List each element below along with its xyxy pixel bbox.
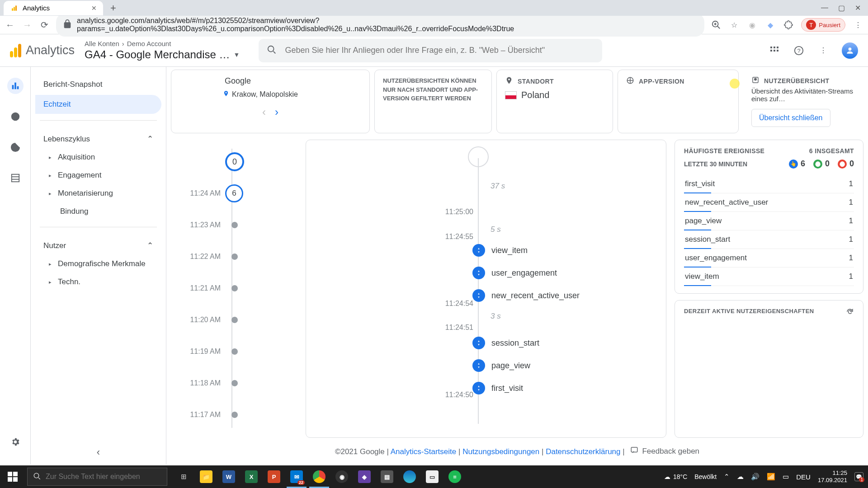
file-explorer-icon[interactable]: 📁 <box>195 465 217 488</box>
card-app-version[interactable]: APP-VERSION <box>618 70 739 133</box>
event-row[interactable]: session_start1 <box>684 230 854 249</box>
task-view-icon[interactable]: ⊞ <box>173 465 194 488</box>
spotify-icon[interactable]: ≡ <box>444 465 466 488</box>
onedrive-icon[interactable]: ☁ <box>737 473 744 481</box>
rail-configure-icon[interactable] <box>7 170 24 186</box>
weather-widget[interactable]: ☁ 18°C Bewölkt <box>664 473 717 480</box>
rail-reports-icon[interactable] <box>7 78 24 94</box>
stream-event[interactable]: new_recent_active_user <box>472 289 580 302</box>
chrome-menu-icon[interactable]: ⋮ <box>853 19 863 30</box>
notepad-icon[interactable]: ▭ <box>421 465 443 488</box>
mail-icon[interactable]: ✉22 <box>286 465 307 488</box>
language-indicator[interactable]: DEU <box>796 473 811 481</box>
search-input[interactable] <box>285 46 594 55</box>
event-row[interactable]: user_engagement1 <box>684 249 854 267</box>
sidebar-retention[interactable]: Bindung <box>35 202 161 221</box>
sidebar-snapshot[interactable]: Bericht-Snapshot <box>35 75 161 94</box>
card-location[interactable]: STANDORT Poland <box>496 70 613 133</box>
rail-settings-icon[interactable] <box>7 434 24 450</box>
app-icon-1[interactable]: ◆ <box>354 465 375 488</box>
sidebar-demographics[interactable]: ▸Demografische Merkmale <box>35 255 161 273</box>
extensions-menu-icon[interactable] <box>783 19 794 30</box>
edge-icon[interactable] <box>399 465 420 488</box>
rail-advertising-icon[interactable] <box>7 139 24 155</box>
timeline-node[interactable] <box>231 253 238 260</box>
obs-icon[interactable]: ◉ <box>331 465 353 488</box>
zoom-icon[interactable] <box>711 19 722 30</box>
event-row[interactable]: page_view1 <box>684 212 854 230</box>
notifications-icon[interactable]: 💬1 <box>854 472 863 481</box>
more-menu-icon[interactable]: ⋮ <box>817 45 829 56</box>
timeline-node-active[interactable]: 6 <box>225 184 243 202</box>
footer-link-terms[interactable]: Nutzungsbedingungen <box>462 447 539 456</box>
start-button[interactable] <box>0 465 25 488</box>
close-window-icon[interactable]: ✕ <box>855 4 861 12</box>
search-box[interactable] <box>259 39 602 62</box>
excel-icon[interactable]: X <box>241 465 262 488</box>
stream-event[interactable]: session_start <box>472 337 539 349</box>
prev-user-button[interactable]: ‹ <box>262 106 266 118</box>
event-row[interactable]: view_item1 <box>684 267 854 286</box>
ga-logo[interactable]: Analytics <box>10 43 75 57</box>
event-row[interactable]: new_recent_active_user1 <box>684 193 854 212</box>
property-selector[interactable]: GA4 - Google Merchandise … ▼ <box>85 48 240 61</box>
new-tab-button[interactable]: + <box>110 2 116 14</box>
event-row[interactable]: first_visit1 <box>684 175 854 193</box>
timeline-node[interactable] <box>231 412 238 418</box>
footer-link-privacy[interactable]: Datenschutzerklärung <box>546 447 620 456</box>
back-button[interactable]: ← <box>5 20 15 30</box>
bookmark-icon[interactable]: ☆ <box>729 19 740 30</box>
forward-button[interactable]: → <box>22 20 33 30</box>
stream-event[interactable]: page_view <box>472 359 530 372</box>
timeline-node[interactable] <box>231 317 238 323</box>
stream-event[interactable]: first_visit <box>472 382 523 394</box>
reload-button[interactable]: ⟳ <box>39 19 50 30</box>
user-avatar[interactable] <box>842 42 858 59</box>
profile-paused-pill[interactable]: T Pausiert <box>801 18 845 32</box>
apps-grid-icon[interactable] <box>769 45 780 56</box>
collapse-sidebar-icon[interactable]: ‹ <box>97 446 100 458</box>
timeline-node[interactable] <box>231 380 238 386</box>
timeline-node[interactable] <box>231 348 238 355</box>
close-tab-icon[interactable]: ✕ <box>91 5 97 12</box>
url-field[interactable]: analytics.google.com/analytics/web/#/m/p… <box>56 13 704 37</box>
event-dot-icon <box>472 382 485 394</box>
taskbar-clock[interactable]: 11:25 17.09.2021 <box>818 469 847 483</box>
timeline-node[interactable] <box>231 222 238 228</box>
help-icon[interactable]: ? <box>793 45 805 56</box>
tray-chevron-icon[interactable]: ⌃ <box>724 473 730 481</box>
footer-link-home[interactable]: Analytics-Startseite <box>391 447 457 456</box>
ga-header: Analytics Alle Konten›Demo Account GA4 -… <box>0 34 868 67</box>
refresh-icon[interactable] <box>846 308 854 318</box>
svg-rect-26 <box>632 447 638 452</box>
stream-event[interactable]: view_item <box>472 244 528 257</box>
extension-icon-2[interactable]: ◆ <box>765 19 776 30</box>
chrome-icon[interactable] <box>308 465 330 488</box>
feedback-link[interactable]: Feedback geben <box>630 446 699 456</box>
app-icon-2[interactable]: ▤ <box>376 465 398 488</box>
sidebar-acquisition[interactable]: ▸Akquisition <box>35 148 161 166</box>
close-snapshot-button[interactable]: Übersicht schließen <box>751 109 830 127</box>
extension-icon-1[interactable]: ◉ <box>747 19 758 30</box>
sidebar-monetization[interactable]: ▸Monetarisierung <box>35 184 161 202</box>
rail-explore-icon[interactable] <box>7 108 24 125</box>
sidebar-engagement[interactable]: ▸Engagement <box>35 166 161 184</box>
stream-event[interactable]: user_engagement <box>472 267 557 279</box>
sidebar-lifecycle[interactable]: Lebenszyklus⌃ <box>35 127 161 148</box>
sidebar-realtime[interactable]: Echtzeit <box>35 95 161 114</box>
next-user-button[interactable]: › <box>275 106 278 118</box>
browser-tab[interactable]: Analytics ✕ <box>4 1 103 15</box>
battery-icon[interactable]: ▭ <box>783 473 789 481</box>
wifi-icon[interactable]: 📶 <box>767 473 775 481</box>
taskbar-search[interactable] <box>27 468 167 486</box>
word-icon[interactable]: W <box>218 465 240 488</box>
powerpoint-icon[interactable]: P <box>263 465 285 488</box>
timeline-node[interactable] <box>231 285 238 291</box>
maximize-icon[interactable]: ▢ <box>838 4 845 12</box>
minimize-icon[interactable]: ― <box>821 4 828 12</box>
breadcrumb[interactable]: Alle Konten›Demo Account <box>85 40 240 47</box>
sidebar-user[interactable]: Nutzer⌃ <box>35 234 161 255</box>
volume-icon[interactable]: 🔊 <box>751 473 760 481</box>
sidebar-tech[interactable]: ▸Techn. <box>35 273 161 291</box>
timeline-now-node[interactable]: 0 <box>225 152 244 171</box>
